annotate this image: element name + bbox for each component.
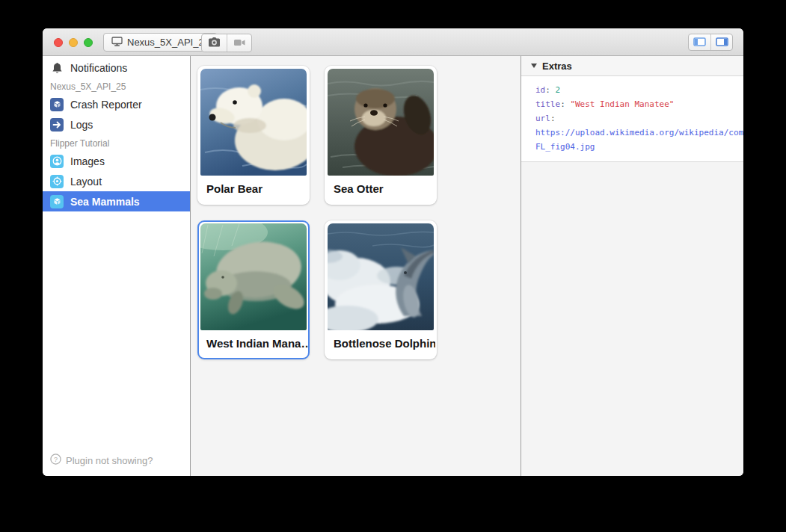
toggle-right-panel-button[interactable] xyxy=(710,34,732,50)
screen-record-button[interactable] xyxy=(227,34,251,52)
json-value: "West Indian Manatee" xyxy=(570,99,674,109)
zoom-button[interactable] xyxy=(84,38,93,47)
sidebar-item-crash-reporter[interactable]: Crash Reporter xyxy=(43,94,190,114)
question-circle-icon: ? xyxy=(50,454,61,467)
screenshot-button[interactable] xyxy=(202,34,227,52)
dolphin-photo xyxy=(328,223,434,330)
sidebar-section-device: Nexus_5X_API_25 xyxy=(43,79,190,94)
cube-icon xyxy=(50,98,64,111)
polar-bear-photo xyxy=(200,69,307,176)
device-tab-label: Nexus_5X_API_25 xyxy=(127,37,209,48)
app-body: Notifications Nexus_5X_API_25 Crash Repo… xyxy=(43,56,743,476)
card-west-indian-manatee[interactable]: West Indian Mana… xyxy=(197,220,310,359)
json-value: 2 xyxy=(556,85,561,95)
device-tab[interactable]: Nexus_5X_API_25 xyxy=(103,33,218,52)
panel-right-icon xyxy=(716,36,728,49)
json-key: id xyxy=(535,85,545,95)
close-button[interactable] xyxy=(54,38,63,47)
bell-icon xyxy=(50,62,64,74)
arrow-right-icon xyxy=(50,118,64,132)
plugin-sidebar: Notifications Nexus_5X_API_25 Crash Repo… xyxy=(43,56,191,476)
json-key: url xyxy=(535,114,550,123)
desktop-background: Nexus_5X_API_25 xyxy=(0,0,786,532)
card-title: Sea Otter xyxy=(326,177,435,203)
target-icon xyxy=(50,175,64,188)
svg-text:?: ? xyxy=(54,456,58,463)
extras-json-inspector: id: 2 title: "West Indian Manatee" url: … xyxy=(521,76,743,162)
camera-icon xyxy=(208,37,221,50)
monitor-icon xyxy=(111,37,123,49)
card-sea-otter[interactable]: Sea Otter xyxy=(325,66,437,205)
extras-title: Extras xyxy=(542,61,572,72)
capture-button-group xyxy=(201,34,252,52)
json-row-title[interactable]: title: "West Indian Manatee" xyxy=(535,97,743,111)
panel-toggle-group xyxy=(688,34,733,51)
traffic-lights xyxy=(54,38,93,47)
minimize-button[interactable] xyxy=(69,38,78,47)
sidebar-item-label: Images xyxy=(70,155,105,167)
card-title: Polar Bear xyxy=(199,177,308,203)
json-url-line-1[interactable]: https://upload.wikimedia.org/wikipedia/c… xyxy=(535,126,743,140)
card-grid: Polar Bear xyxy=(197,66,521,359)
footer-label: Plugin not showing? xyxy=(66,455,153,466)
sidebar-item-images[interactable]: Images xyxy=(43,151,190,171)
sidebar-item-label: Crash Reporter xyxy=(70,99,142,111)
json-url-line-2[interactable]: FL_fig04.jpg xyxy=(535,140,743,154)
details-panel: Extras id: 2 title: "West Indian Manatee… xyxy=(521,56,743,476)
window-toolbar: Nexus_5X_API_25 xyxy=(43,28,743,56)
sidebar-item-label: Logs xyxy=(70,119,93,131)
cube-icon xyxy=(50,195,64,208)
extras-section-header[interactable]: Extras xyxy=(521,56,743,76)
json-row-url[interactable]: url: xyxy=(535,111,743,126)
panel-left-icon xyxy=(693,36,706,49)
sidebar-item-label: Notifications xyxy=(70,62,127,74)
card-title: Bottlenose Dolphin xyxy=(326,332,435,358)
triangle-down-icon xyxy=(531,64,537,68)
manatee-photo xyxy=(200,223,307,330)
sidebar-item-label: Sea Mammals xyxy=(70,196,140,208)
video-camera-icon xyxy=(233,37,246,50)
sidebar-item-logs[interactable]: Logs xyxy=(43,114,190,134)
sidebar-item-label: Layout xyxy=(70,176,102,188)
user-circle-icon xyxy=(50,155,64,168)
sea-otter-photo xyxy=(328,69,434,176)
flipper-window: Nexus_5X_API_25 xyxy=(43,28,743,476)
plugin-not-showing-link[interactable]: ? Plugin not showing? xyxy=(50,454,153,467)
card-bottlenose-dolphin[interactable]: Bottlenose Dolphin xyxy=(325,220,437,359)
card-polar-bear[interactable]: Polar Bear xyxy=(197,66,310,205)
plugin-content: Polar Bear xyxy=(191,56,521,476)
json-row-id[interactable]: id: 2 xyxy=(535,83,743,97)
card-title: West Indian Mana… xyxy=(199,332,308,358)
json-key: title xyxy=(535,99,560,109)
sidebar-item-sea-mammals[interactable]: Sea Mammals xyxy=(43,191,190,211)
toggle-left-panel-button[interactable] xyxy=(689,34,710,50)
sidebar-item-notifications[interactable]: Notifications xyxy=(43,58,190,78)
sidebar-item-layout[interactable]: Layout xyxy=(43,171,190,191)
sidebar-section-tutorial: Flipper Tutorial xyxy=(43,136,190,151)
